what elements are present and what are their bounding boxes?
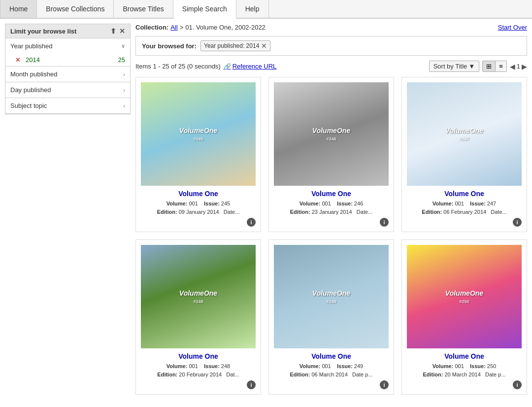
issue-label-item-2: Issue: 246: [337, 201, 363, 206]
sidebar-chevron-year-published: ∨: [121, 43, 125, 49]
item-title-item-6[interactable]: Volume One: [407, 352, 522, 360]
item-meta-item-6: Volume: 001 Issue: 250: [407, 362, 522, 371]
prev-page-button[interactable]: ◀: [510, 63, 515, 70]
breadcrumb: Collection: All > 01. Volume One, 2002-2…: [135, 24, 266, 31]
sidebar-section-header-month-published[interactable]: Month published›: [5, 67, 130, 82]
results-bar: Items 1 - 25 of 25 (0 seconds) 🔗 Referen…: [135, 61, 527, 72]
edition-label-item-3: Edition:: [422, 209, 442, 215]
sidebar-section-month-published: Month published›: [5, 67, 130, 82]
cover-image-item-4[interactable]: VolumeOne #248: [141, 245, 256, 348]
item-meta-item-4: Volume: 001 Issue: 248: [141, 362, 256, 371]
results-info: Items 1 - 25 of 25 (0 seconds) 🔗 Referen…: [135, 63, 276, 70]
sort-chevron-icon: ▼: [468, 63, 475, 70]
info-button-item-6[interactable]: i: [513, 380, 522, 389]
breadcrumb-collection: 01. Volume One, 2002-2022: [185, 24, 266, 31]
volume-label-item-5: Volume: 001: [299, 363, 331, 369]
edition-label-item-4: Edition:: [157, 372, 177, 377]
grid-view-button[interactable]: ⊞: [483, 61, 496, 71]
volume-label-item-6: Volume: 001: [432, 363, 464, 369]
main-nav: HomeBrowse CollectionsBrowse TitlesSimpl…: [0, 0, 532, 19]
sidebar-section-year-published: Year published∨ ✕ 2014 25: [5, 38, 130, 67]
results-grid: VolumeOne #245 Volume One Volume: 001 Is…: [135, 77, 527, 395]
cover-image-item-3[interactable]: VolumeOne #247: [407, 82, 522, 186]
item-meta-item-3: Volume: 001 Issue: 247: [407, 200, 522, 208]
issue-label-item-4: Issue: 248: [204, 363, 230, 369]
grid-item-item-6: VolumeOne #250 Volume One Volume: 001 Is…: [401, 239, 527, 395]
main-content: Collection: All > 01. Volume One, 2002-2…: [135, 24, 527, 395]
ref-url-text: Reference URL: [233, 63, 277, 70]
info-button-item-5[interactable]: i: [380, 380, 389, 389]
info-button-item-4[interactable]: i: [247, 380, 256, 389]
item-meta-item-2: Volume: 001 Issue: 246: [274, 200, 389, 208]
info-button-item-2[interactable]: i: [380, 218, 389, 227]
grid-item-item-3: VolumeOne #247 Volume One Volume: 001 Is…: [401, 77, 527, 232]
filter-tag-text: Year published: 2014: [204, 42, 259, 49]
breadcrumb-all-link[interactable]: All: [170, 24, 177, 31]
nav-item-browse-titles[interactable]: Browse Titles: [114, 0, 173, 18]
results-controls: Sort by Title ▼ ⊞ ≡ ◀ 1 ▶: [429, 61, 527, 72]
start-over-link[interactable]: Start Over: [498, 24, 527, 31]
sidebar-expand-icon[interactable]: ⬆: [110, 27, 116, 35]
item-title-item-5[interactable]: Volume One: [274, 352, 389, 360]
date-extra-item-4: Dat...: [226, 372, 239, 377]
sidebar-section-label-month-published: Month published: [10, 70, 57, 78]
sidebar-section-header-year-published[interactable]: Year published∨: [5, 38, 130, 54]
list-view-button[interactable]: ≡: [496, 61, 506, 71]
sidebar-section-header-subject-topic[interactable]: Subject topic›: [5, 98, 130, 113]
filter-label: Your browsed for:: [142, 42, 197, 50]
edition-label-item-1: Edition:: [157, 209, 177, 215]
sidebar-chevron-day-published: ›: [123, 87, 125, 93]
item-meta-item-1: Volume: 001 Issue: 245: [141, 200, 256, 208]
item-edition-item-3: Edition: 06 February 2014 Date...: [407, 208, 522, 216]
page-number: 1: [517, 63, 520, 70]
item-edition-item-4: Edition: 20 February 2014 Dat...: [141, 371, 256, 379]
sort-dropdown[interactable]: Sort by Title ▼: [429, 61, 480, 72]
nav-item-simple-search[interactable]: Simple Search: [173, 0, 236, 19]
sidebar: Limit your browse list ⬆ ✕ Year publishe…: [5, 24, 131, 395]
next-page-button[interactable]: ▶: [522, 63, 527, 70]
edition-label-item-2: Edition:: [290, 209, 310, 215]
breadcrumb-separator: >: [180, 24, 184, 31]
item-title-item-1[interactable]: Volume One: [141, 190, 256, 198]
filter-tag: Year published: 2014 ✕: [200, 40, 270, 51]
item-title-item-3[interactable]: Volume One: [407, 190, 522, 198]
filter-remove-button[interactable]: ✕: [261, 42, 267, 50]
issue-label-item-3: Issue: 247: [470, 201, 496, 206]
info-button-item-1[interactable]: i: [247, 218, 256, 227]
sidebar-header: Limit your browse list ⬆ ✕: [5, 24, 130, 38]
sort-label: Sort by Title: [433, 63, 467, 70]
collection-label: Collection:: [135, 24, 168, 31]
info-button-item-3[interactable]: i: [513, 218, 522, 227]
sidebar-section-label-subject-topic: Subject topic: [10, 102, 47, 109]
date-extra-item-1: Date...: [224, 209, 239, 215]
sidebar-active-value-year-published: 2014: [26, 56, 40, 64]
sidebar-section-header-day-published[interactable]: Day published›: [5, 82, 130, 98]
sidebar-section-day-published: Day published›: [5, 82, 130, 98]
date-extra-item-6: Date p...: [485, 372, 506, 377]
grid-item-item-5: VolumeOne #249 Volume One Volume: 001 Is…: [268, 239, 394, 395]
reference-url-link[interactable]: 🔗 Reference URL: [224, 63, 277, 70]
cover-image-item-5[interactable]: VolumeOne #249: [274, 245, 389, 348]
sidebar-remove-year-published[interactable]: ✕: [15, 56, 21, 64]
item-title-item-4[interactable]: Volume One: [141, 352, 256, 360]
cover-image-item-2[interactable]: VolumeOne #246: [274, 82, 389, 186]
view-toggle: ⊞ ≡: [482, 61, 507, 72]
volume-label-item-3: Volume: 001: [432, 201, 464, 206]
cover-image-item-6[interactable]: VolumeOne #250: [407, 245, 522, 348]
date-extra-item-2: Date...: [357, 209, 372, 215]
nav-item-home[interactable]: Home: [0, 0, 37, 18]
nav-item-help[interactable]: Help: [236, 0, 269, 18]
cover-image-item-1[interactable]: VolumeOne #245: [141, 82, 256, 186]
sidebar-chevron-subject-topic: ›: [123, 103, 125, 109]
date-extra-item-5: Date p...: [352, 372, 373, 377]
nav-item-browse-collections[interactable]: Browse Collections: [37, 0, 114, 18]
sidebar-collapse-icon[interactable]: ✕: [119, 27, 125, 35]
date-extra-item-3: Date...: [491, 209, 506, 215]
filter-bar: Your browsed for: Year published: 2014 ✕: [135, 36, 527, 56]
item-title-item-2[interactable]: Volume One: [274, 190, 389, 198]
sidebar-section-subject-topic: Subject topic›: [5, 98, 130, 114]
item-edition-item-2: Edition: 23 January 2014 Date...: [274, 208, 389, 216]
volume-label-item-2: Volume: 001: [299, 201, 331, 206]
sidebar-header-label: Limit your browse list: [10, 28, 76, 35]
issue-label-item-1: Issue: 245: [204, 201, 230, 206]
